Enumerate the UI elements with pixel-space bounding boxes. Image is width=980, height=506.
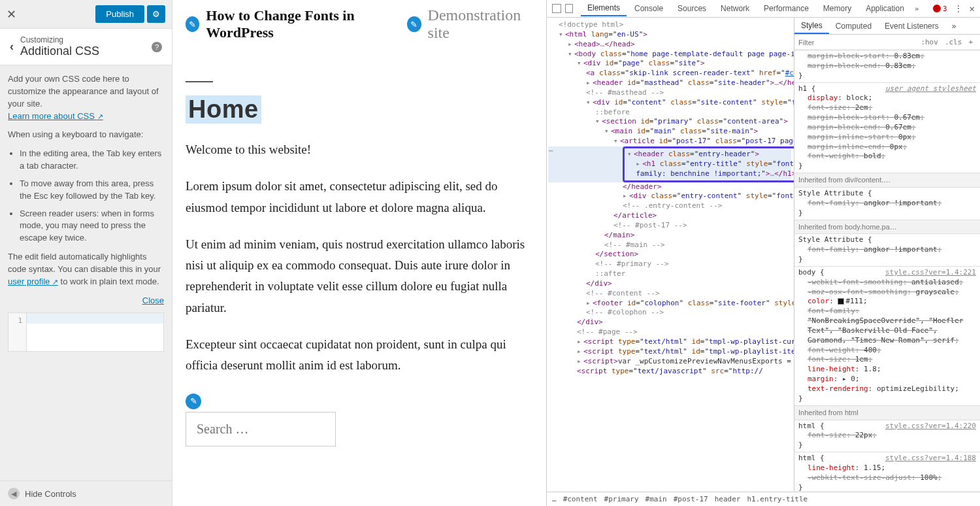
tabs-overflow-icon[interactable]: » xyxy=(915,5,919,13)
kbd-tip: Screen reader users: when in forms mode,… xyxy=(20,208,164,245)
content-p: Ut enim ad minim veniam, quis nostrud ex… xyxy=(186,234,533,318)
close-help-link[interactable]: Close xyxy=(8,295,164,307)
publish-button[interactable]: Publish xyxy=(95,5,144,23)
tab-application[interactable]: Application xyxy=(859,1,911,16)
devtools-menu-icon[interactable]: ⋮ xyxy=(954,3,963,14)
css-editor[interactable]: 1 xyxy=(8,312,164,352)
site-tagline: Demonstration site xyxy=(428,7,533,42)
customizer-sidebar: ✕ Publish ⚙ ‹ Customizing Additional CSS… xyxy=(0,0,172,506)
styles-panel: Styles Computed Event Listeners » :hov .… xyxy=(794,18,980,492)
devtools-tabs: Elements Console Sources Network Perform… xyxy=(547,0,980,18)
tab-console[interactable]: Console xyxy=(628,1,670,16)
styles-tabs-overflow-icon[interactable]: » xyxy=(945,19,963,33)
tab-sources[interactable]: Sources xyxy=(671,1,713,16)
auto-highlight-text: The edit field automatically highlights … xyxy=(8,252,161,274)
user-profile-link[interactable]: user profile ↗ xyxy=(8,277,58,286)
styles-filter-input[interactable] xyxy=(798,39,917,46)
error-count[interactable]: 3 xyxy=(933,5,947,13)
devtools-close-icon[interactable]: ✕ xyxy=(970,3,975,14)
collapse-icon: ◀ xyxy=(8,488,20,499)
content-p: Lorem ipsum dolor sit amet, consectetur … xyxy=(186,176,533,218)
external-icon: ↗ xyxy=(52,278,58,286)
close-icon[interactable]: ✕ xyxy=(7,7,16,22)
kbd-tip: In the editing area, the Tab key enters … xyxy=(20,148,164,173)
edit-shortcut-icon[interactable]: ✎ xyxy=(407,16,421,32)
line-number: 1 xyxy=(8,313,27,351)
devtools-panel: Elements Console Sources Network Perform… xyxy=(546,0,980,506)
tab-elements[interactable]: Elements xyxy=(581,1,627,16)
dom-breadcrumb[interactable]: … #content #primary #main #post-17 heade… xyxy=(547,492,980,506)
title-divider xyxy=(186,81,213,82)
learn-more-link[interactable]: Learn more about CSS ↗ xyxy=(8,111,103,121)
kbd-tip: To move away from this area, press the E… xyxy=(20,178,164,203)
inspect-icon[interactable] xyxy=(552,4,561,13)
settings-gear-button[interactable]: ⚙ xyxy=(147,5,165,23)
tab-styles[interactable]: Styles xyxy=(794,18,829,34)
inherited-header: Inherited from div#content.… xyxy=(794,173,980,188)
styles-rules[interactable]: margin-block-start: 0.83em; margin-block… xyxy=(794,50,980,492)
customizing-label: Customizing xyxy=(20,35,152,44)
intro-text: Add your own CSS code here to customize … xyxy=(8,74,159,109)
tab-performance[interactable]: Performance xyxy=(757,1,815,16)
section-title: Additional CSS xyxy=(20,44,152,58)
tab-computed[interactable]: Computed xyxy=(829,19,878,33)
help-icon[interactable]: ? xyxy=(152,42,162,52)
content-p: Excepteur sint occaecat cupidatat non pr… xyxy=(186,334,533,377)
search-input[interactable] xyxy=(186,412,336,447)
add-rule-icon[interactable]: + xyxy=(965,38,976,46)
back-arrow-icon[interactable]: ‹ xyxy=(10,40,14,54)
site-preview: ✎ How to Change Fonts in WordPress ✎ Dem… xyxy=(172,0,546,506)
content-p: Welcome to this website! xyxy=(186,139,533,160)
tab-event-listeners[interactable]: Event Listeners xyxy=(878,19,945,33)
dom-tree[interactable]: <!doctype html> ▾<html lang="en-US"> ▸<h… xyxy=(547,18,794,492)
edit-shortcut-icon[interactable]: ✎ xyxy=(186,16,199,32)
cls-toggle[interactable]: .cls xyxy=(941,38,966,46)
hide-controls-button[interactable]: ◀ Hide Controls xyxy=(0,481,172,506)
edit-shortcut-icon[interactable]: ✎ xyxy=(186,394,201,409)
hov-toggle[interactable]: :hov xyxy=(917,38,941,46)
gear-icon: ⚙ xyxy=(152,9,160,19)
tab-network[interactable]: Network xyxy=(714,1,756,16)
entry-title: Home xyxy=(186,95,261,124)
external-icon: ↗ xyxy=(97,112,103,120)
device-toggle-icon[interactable] xyxy=(565,4,573,13)
site-title[interactable]: How to Change Fonts in WordPress xyxy=(206,7,400,41)
kbd-heading: When using a keyboard to navigate: xyxy=(8,129,164,141)
error-icon xyxy=(933,5,941,12)
tab-memory[interactable]: Memory xyxy=(817,1,858,16)
